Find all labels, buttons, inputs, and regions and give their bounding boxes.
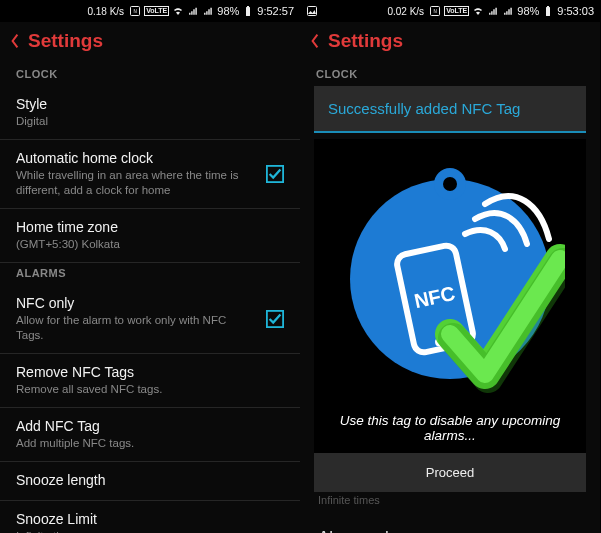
wifi-icon — [172, 5, 184, 17]
header: Settings — [0, 22, 300, 64]
checkbox-checked-icon[interactable] — [266, 165, 284, 183]
svg-rect-3 — [247, 6, 249, 7]
page-title: Settings — [28, 30, 103, 52]
row-snoozelimit-title: Snooze Limit — [16, 511, 284, 527]
section-alarms: ALARMS — [0, 263, 300, 285]
dialog-caption: Use this tag to disable any upcoming ala… — [314, 409, 586, 453]
row-style-title: Style — [16, 96, 284, 112]
row-autoclock-sub: While travelling in an area where the ti… — [16, 168, 246, 198]
svg-text:N: N — [134, 9, 137, 14]
checkbox-checked-icon[interactable] — [266, 310, 284, 328]
image-icon — [306, 5, 318, 17]
row-snoozelen-title: Snooze length — [16, 472, 284, 488]
row-snoozelimit-sub: Infinite times — [16, 529, 246, 534]
background-row-faded: Infinite times — [300, 492, 600, 510]
signal-icon — [487, 5, 499, 17]
toast-text: Successfully added NFC Tag — [328, 100, 572, 117]
nfc-icon: N — [129, 5, 141, 17]
section-clock: CLOCK — [0, 64, 300, 86]
proceed-button[interactable]: Proceed — [314, 453, 586, 492]
row-home-timezone[interactable]: Home time zone (GMT+5:30) Kolkata — [0, 209, 300, 263]
data-speed: 0.02 K/s — [387, 6, 424, 17]
row-removenfc-sub: Remove all saved NFC tags. — [16, 382, 246, 397]
battery-percent: 98% — [517, 5, 539, 17]
settings-screen-right: 0.02 K/s N VoLTE 98% 9:53:03 Settings CL… — [300, 0, 600, 533]
signal-icon — [187, 5, 199, 17]
battery-icon — [542, 5, 554, 17]
svg-rect-9 — [546, 7, 550, 16]
row-snooze-length[interactable]: Snooze length — [0, 462, 300, 501]
row-addnfc-title: Add NFC Tag — [16, 418, 284, 434]
row-autoclock-title: Automatic home clock — [16, 150, 284, 166]
volte-icon: VoLTE — [444, 6, 469, 16]
header: Settings — [300, 22, 600, 64]
row-remove-nfc[interactable]: Remove NFC Tags Remove all saved NFC tag… — [0, 354, 300, 408]
back-icon[interactable] — [310, 33, 320, 49]
volte-icon: VoLTE — [144, 6, 169, 16]
nfc-icon: N — [429, 5, 441, 17]
success-toast: Successfully added NFC Tag — [314, 86, 586, 133]
status-bar: 0.02 K/s N VoLTE 98% 9:53:03 — [300, 0, 600, 22]
svg-point-13 — [443, 177, 457, 191]
row-nfconly-title: NFC only — [16, 295, 284, 311]
data-speed: 0.18 K/s — [87, 6, 124, 17]
svg-rect-2 — [246, 7, 250, 16]
row-add-nfc[interactable]: Add NFC Tag Add multiple NFC tags. — [0, 408, 300, 462]
row-nfc-only[interactable]: NFC only Allow for the alarm to work onl… — [0, 285, 300, 354]
status-bar: 0.18 K/s N VoLTE 98% 9:52:57 — [0, 0, 300, 22]
row-snooze-limit[interactable]: Snooze Limit Infinite times — [0, 501, 300, 534]
row-nfconly-sub: Allow for the alarm to work only with NF… — [16, 313, 246, 343]
clock-time: 9:53:03 — [557, 5, 594, 17]
svg-text:N: N — [434, 9, 437, 14]
signal-icon-2 — [502, 5, 514, 17]
row-style-sub: Digital — [16, 114, 246, 129]
wifi-icon — [472, 5, 484, 17]
back-icon[interactable] — [10, 33, 20, 49]
row-removenfc-title: Remove NFC Tags — [16, 364, 284, 380]
row-auto-home-clock[interactable]: Automatic home clock While travelling in… — [0, 140, 300, 209]
section-clock: CLOCK — [300, 64, 600, 86]
nfc-tag-graphic-icon: NFC — [335, 139, 565, 399]
alarm-volume-label[interactable]: Alarm volume — [300, 510, 600, 533]
battery-icon — [242, 5, 254, 17]
row-addnfc-sub: Add multiple NFC tags. — [16, 436, 246, 451]
row-style[interactable]: Style Digital — [0, 86, 300, 140]
settings-screen-left: 0.18 K/s N VoLTE 98% 9:52:57 Settings CL… — [0, 0, 300, 533]
row-hometz-title: Home time zone — [16, 219, 284, 235]
svg-rect-6 — [308, 7, 317, 16]
page-title: Settings — [328, 30, 403, 52]
signal-icon-2 — [202, 5, 214, 17]
battery-percent: 98% — [217, 5, 239, 17]
svg-rect-10 — [547, 6, 549, 7]
row-hometz-sub: (GMT+5:30) Kolkata — [16, 237, 246, 252]
nfc-dialog: NFC Use this tag to disable any upcoming… — [314, 139, 586, 453]
clock-time: 9:52:57 — [257, 5, 294, 17]
